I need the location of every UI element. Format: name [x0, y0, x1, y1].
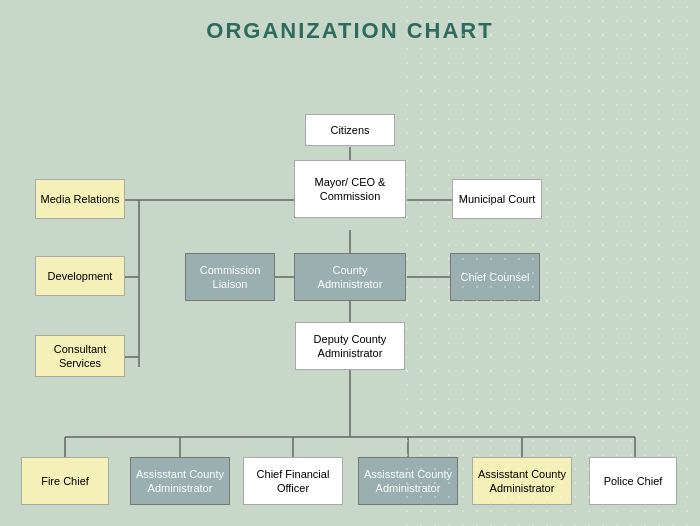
chief-financial-officer-box: Chief Financial Officer — [243, 457, 343, 505]
asst-county-admin-3-box: Assisstant County Administrator — [472, 457, 572, 505]
police-chief-box: Police Chief — [589, 457, 677, 505]
development-box: Development — [35, 256, 125, 296]
chart-container: Citizens Mayor/ CEO & Commission Media R… — [0, 52, 700, 526]
page-title: ORGANIZATION CHART — [0, 0, 700, 52]
consultant-services-box: Consultant Services — [35, 335, 125, 377]
mayor-box: Mayor/ CEO & Commission — [294, 160, 406, 218]
asst-county-admin-1-box: Assisstant County Administrator — [130, 457, 230, 505]
deputy-county-admin-box: Deputy County Administrator — [295, 322, 405, 370]
county-administrator-box: County Administrator — [294, 253, 406, 301]
municipal-court-box: Municipal Court — [452, 179, 542, 219]
commission-liaison-box: Commission Liaison — [185, 253, 275, 301]
asst-county-admin-2-box: Assisstant County Administrator — [358, 457, 458, 505]
citizens-box: Citizens — [305, 114, 395, 146]
media-relations-box: Media Relations — [35, 179, 125, 219]
fire-chief-box: Fire Chief — [21, 457, 109, 505]
chief-counsel-box: Chief Counsel — [450, 253, 540, 301]
